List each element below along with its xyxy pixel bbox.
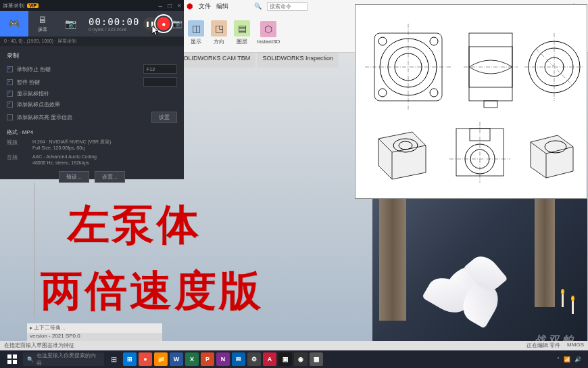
cad-view-side bbox=[464, 24, 518, 110]
task-view-icon[interactable]: ⊞ bbox=[105, 350, 122, 368]
sw-feature-tree[interactable] bbox=[27, 183, 35, 318]
video-codec: H.264 · NVIDIA® NVENC (VBR 质量) Full Size… bbox=[32, 139, 177, 151]
taskbar-app[interactable]: A bbox=[263, 352, 276, 366]
candle-2 bbox=[572, 300, 574, 314]
tool-label: 方向 bbox=[214, 38, 224, 45]
cad-view-section bbox=[446, 118, 514, 186]
checkbox-click[interactable] bbox=[7, 101, 13, 108]
tool-label: 显示 bbox=[191, 38, 201, 45]
overlay-title-2: 两倍速度版 bbox=[41, 262, 264, 319]
sw-tree-item[interactable]: ▸ 上下二等角... bbox=[27, 323, 162, 333]
tab-cam-tbm[interactable]: SOLIDWORKS CAM TBM bbox=[174, 53, 256, 68]
overlay-title-1: 左泵体 bbox=[68, 196, 201, 253]
hotkey-input-stop[interactable]: F12 bbox=[143, 64, 177, 74]
check-label: 显示鼠标指针 bbox=[17, 90, 177, 97]
display-icon: ◫ bbox=[188, 20, 204, 37]
svg-rect-30 bbox=[13, 354, 17, 359]
close-icon[interactable]: × bbox=[177, 2, 181, 9]
sw-tool-orientation[interactable]: ◳ 方向 bbox=[210, 19, 228, 47]
settings-button[interactable]: 设置 bbox=[151, 112, 177, 123]
game-thumbnail: 战 双 帕... bbox=[372, 199, 587, 350]
taskbar-app[interactable]: X bbox=[185, 352, 199, 366]
sw-version: version - 2021 SP0.0 bbox=[27, 333, 162, 341]
taskbar-search[interactable]: 🔍 在这里输入你要搜索的内容 bbox=[23, 352, 104, 366]
candle-1 bbox=[562, 294, 564, 307]
svg-point-6 bbox=[378, 89, 387, 97]
taskbar-app[interactable]: ▦ bbox=[310, 352, 323, 366]
tray-chevron-icon[interactable]: ˄ bbox=[557, 356, 560, 363]
rec-region-text: 0 · 40, 0) , (1920, 1080) · 屏幕录制 bbox=[4, 38, 76, 45]
mode-screen[interactable]: 🖥 屏幕 bbox=[28, 11, 57, 37]
sw-search-input[interactable] bbox=[267, 2, 308, 11]
mouse-cursor bbox=[152, 26, 160, 37]
tool-label: 图层 bbox=[237, 38, 247, 45]
checkbox-pause[interactable] bbox=[7, 79, 13, 85]
settings-button-2[interactable]: 设置... bbox=[95, 171, 125, 183]
menu-file[interactable]: 文件 bbox=[199, 2, 211, 11]
tray-network-icon[interactable]: 📶 bbox=[564, 356, 570, 363]
taskbar-app[interactable]: ⊞ bbox=[123, 352, 137, 366]
system-tray[interactable]: ˄ 📶 🔊 bbox=[557, 356, 585, 363]
pillar-1 bbox=[379, 199, 406, 321]
vip-badge: VIP bbox=[27, 3, 39, 8]
menu-edit[interactable]: 编辑 bbox=[216, 2, 228, 11]
audio-row: 音频 AAC - Advanced Audio Coding 48000 Hz,… bbox=[7, 154, 177, 166]
tool-label: Instant3D bbox=[257, 39, 280, 45]
cad-drawing-panel bbox=[355, 4, 587, 199]
checkbox-stop[interactable] bbox=[7, 66, 13, 72]
hotkey-input-pause[interactable] bbox=[143, 77, 177, 87]
recorder-titlebar[interactable]: 屏幕录制 VIP – □ × bbox=[0, 0, 184, 11]
taskbar-app[interactable]: 📁 bbox=[154, 352, 168, 366]
mode-label: 屏幕 bbox=[38, 26, 47, 33]
check-row-click: 添加鼠标点击效果 bbox=[7, 101, 177, 108]
start-button[interactable] bbox=[3, 350, 22, 368]
preset-button[interactable]: 预设... bbox=[59, 171, 89, 183]
svg-rect-31 bbox=[7, 360, 11, 364]
orientation-icon: ◳ bbox=[211, 20, 227, 37]
format-section: 格式 · MP4 视频 H.264 · NVIDIA® NVENC (VBR 质… bbox=[7, 129, 177, 183]
sw-status-edit: 正在编辑 零件 bbox=[526, 342, 560, 350]
svg-rect-29 bbox=[7, 354, 11, 359]
sw-tool-instant3d[interactable]: ⬡ Instant3D bbox=[255, 20, 281, 46]
checkbox-highlight[interactable] bbox=[7, 114, 13, 120]
check-row-highlight: 添加鼠标高亮 显示信息 设置 bbox=[7, 112, 177, 123]
flame-2 bbox=[571, 296, 574, 301]
taskbar-app[interactable]: ◉ bbox=[294, 352, 308, 366]
timer-area: 00:00:00 0 bytes / 222.6GB bbox=[84, 16, 143, 32]
rec-subbar: 0 · 40, 0) , (1920, 1080) · 屏幕录制 bbox=[0, 37, 184, 46]
search-icon: 🔍 bbox=[27, 356, 34, 363]
sw-search-icon: 🔍 bbox=[254, 3, 262, 9]
sw-tool-display[interactable]: ◫ 显示 bbox=[187, 19, 205, 47]
taskbar-app[interactable]: W bbox=[170, 352, 183, 366]
sw-status-bar: 在指定面输入草图基准为特征 正在编辑 零件 MMGS bbox=[0, 341, 588, 350]
minimize-icon[interactable]: – bbox=[159, 2, 163, 9]
svg-point-4 bbox=[378, 37, 387, 45]
maximize-icon[interactable]: □ bbox=[168, 2, 172, 9]
check-row-pause: 暂停 热键 bbox=[7, 77, 177, 87]
mode-game[interactable]: 🎮 bbox=[0, 11, 28, 37]
recorder-window-controls: – □ × bbox=[159, 2, 181, 9]
tray-volume-icon[interactable]: 🔊 bbox=[574, 356, 581, 363]
windows-taskbar: 🔍 在这里输入你要搜索的内容 ⊞ ⊞●📁WXPN✉⚙A▣◉▦ ˄ 📶 🔊 bbox=[0, 350, 588, 368]
check-row-cursor: 显示鼠标指针 bbox=[7, 90, 177, 97]
svg-rect-13 bbox=[484, 101, 497, 108]
rec-bytes: 0 bytes / 222.6GB bbox=[89, 27, 139, 32]
audio-label: 音频 bbox=[7, 154, 26, 166]
instant3d-icon: ⬡ bbox=[260, 21, 276, 37]
taskbar-app[interactable]: ✉ bbox=[232, 352, 245, 366]
cad-view-iso2 bbox=[520, 118, 584, 186]
taskbar-app[interactable]: ⚙ bbox=[247, 352, 261, 366]
mode-device[interactable]: 📷 bbox=[56, 11, 84, 37]
sw-tool-layer[interactable]: ▤ 图层 bbox=[232, 19, 251, 47]
svg-point-5 bbox=[430, 37, 438, 45]
taskbar-apps: ⊞●📁WXPN✉⚙A▣◉▦ bbox=[123, 352, 323, 366]
check-label: 添加鼠标高亮 显示信息 bbox=[17, 114, 147, 121]
taskbar-app[interactable]: P bbox=[201, 352, 214, 366]
tab-inspection[interactable]: SOLIDWORKS Inspection bbox=[257, 53, 339, 68]
taskbar-app[interactable]: ▣ bbox=[278, 352, 292, 366]
checkbox-cursor[interactable] bbox=[7, 91, 13, 97]
taskbar-app[interactable]: N bbox=[216, 352, 230, 366]
svg-rect-10 bbox=[469, 33, 512, 101]
rec-timer: 00:00:00 bbox=[89, 16, 139, 27]
taskbar-app[interactable]: ● bbox=[139, 352, 152, 366]
